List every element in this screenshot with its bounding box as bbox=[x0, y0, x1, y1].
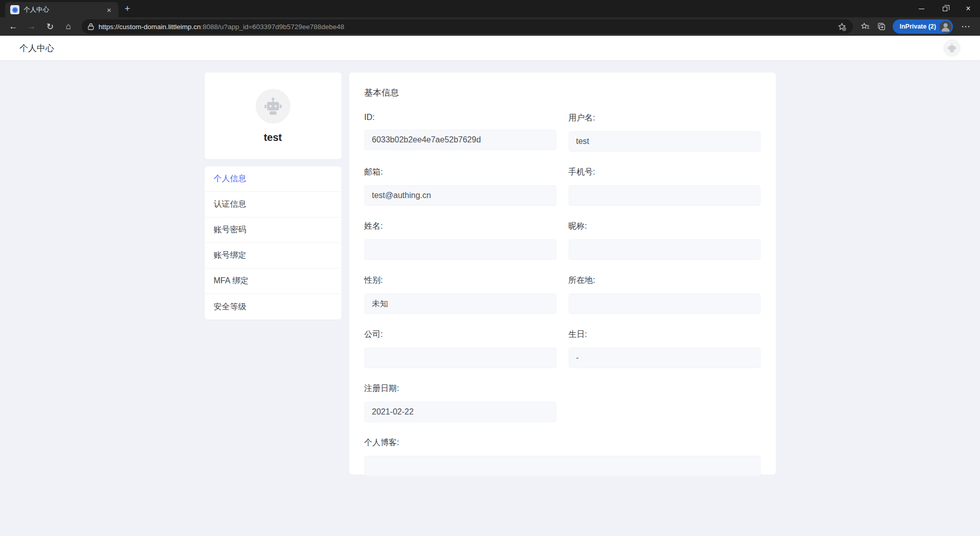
profile-card: test bbox=[205, 72, 341, 159]
blog-input[interactable] bbox=[364, 456, 761, 476]
field-signup-date: 注册日期: bbox=[364, 383, 556, 422]
robot-icon bbox=[947, 43, 957, 53]
robot-icon bbox=[263, 96, 283, 116]
field-phone: 手机号: bbox=[569, 167, 761, 206]
page-content: test 个人信息 认证信息 账号密码 账号绑定 MFA 绑定 安全等级 基本信… bbox=[0, 60, 980, 536]
forward-button: → bbox=[22, 19, 41, 34]
restore-button[interactable] bbox=[933, 0, 957, 17]
collections-icon[interactable] bbox=[873, 19, 890, 34]
name-input[interactable] bbox=[364, 239, 556, 260]
home-button[interactable]: ⌂ bbox=[59, 19, 78, 34]
field-gender: 性别: bbox=[364, 275, 556, 314]
close-window-button[interactable]: × bbox=[957, 0, 980, 17]
restore-icon bbox=[943, 7, 947, 11]
browser-tab-strip: 个人中心 × + × bbox=[0, 0, 980, 17]
field-label: 性别: bbox=[364, 275, 556, 286]
app-header: 个人中心 bbox=[0, 36, 980, 60]
field-label: 昵称: bbox=[569, 221, 761, 232]
field-label: 所在地: bbox=[569, 275, 761, 286]
sidebar-menu: 个人信息 认证信息 账号密码 账号绑定 MFA 绑定 安全等级 bbox=[205, 166, 341, 320]
url-domain: https://custom-domain.littleimp.cn bbox=[99, 23, 201, 31]
username-input[interactable] bbox=[569, 131, 761, 152]
field-username: 用户名: bbox=[569, 113, 761, 152]
browser-profile-avatar[interactable] bbox=[940, 21, 951, 33]
field-label: 公司: bbox=[364, 329, 556, 340]
address-bar[interactable]: https://custom-domain.littleimp.cn:8088/… bbox=[82, 19, 853, 34]
favorites-icon[interactable] bbox=[857, 19, 873, 34]
field-nickname: 昵称: bbox=[569, 221, 761, 260]
left-column: test 个人信息 认证信息 账号密码 账号绑定 MFA 绑定 安全等级 bbox=[205, 72, 341, 320]
lock-icon[interactable] bbox=[88, 23, 94, 30]
page-title: 个人中心 bbox=[19, 42, 54, 54]
sidebar-item-security-level[interactable]: 安全等级 bbox=[205, 294, 341, 320]
gender-input[interactable] bbox=[364, 294, 556, 314]
location-input[interactable] bbox=[569, 294, 761, 314]
field-spacer bbox=[569, 383, 761, 422]
nickname-input[interactable] bbox=[569, 239, 761, 260]
browser-tab[interactable]: 个人中心 × bbox=[5, 2, 118, 17]
section-title: 基本信息 bbox=[364, 87, 761, 99]
field-email: 邮箱: bbox=[364, 167, 556, 206]
field-name: 姓名: bbox=[364, 221, 556, 260]
field-birthday: 生日: bbox=[569, 329, 761, 368]
url-text[interactable]: https://custom-domain.littleimp.cn:8088/… bbox=[99, 23, 834, 31]
signup-date-input[interactable] bbox=[364, 402, 556, 422]
minimize-icon bbox=[919, 9, 924, 9]
field-label: ID: bbox=[364, 113, 556, 122]
phone-input[interactable] bbox=[569, 185, 761, 206]
sidebar-item-auth-info[interactable]: 认证信息 bbox=[205, 192, 341, 217]
field-id: ID: bbox=[364, 113, 556, 152]
browser-menu-button[interactable]: ⋯ bbox=[956, 21, 976, 32]
birthday-input[interactable] bbox=[569, 348, 761, 368]
email-input[interactable] bbox=[364, 185, 556, 206]
field-label: 手机号: bbox=[569, 167, 761, 178]
inprivate-badge[interactable]: InPrivate (2) bbox=[893, 19, 953, 34]
url-path: :8088/u?app_id=603397d9b5729ee788debe48 bbox=[201, 23, 344, 31]
field-blog: 个人博客: bbox=[364, 437, 761, 476]
new-tab-button[interactable]: + bbox=[118, 3, 136, 14]
window-controls: × bbox=[910, 0, 980, 17]
tab-close-icon[interactable]: × bbox=[105, 5, 113, 15]
field-label: 注册日期: bbox=[364, 383, 556, 394]
sidebar-item-account-binding[interactable]: 账号绑定 bbox=[205, 243, 341, 269]
sidebar-item-personal-info[interactable]: 个人信息 bbox=[205, 166, 341, 192]
tab-title: 个人中心 bbox=[23, 6, 101, 14]
browser-toolbar: ← → ↻ ⌂ https://custom-domain.littleimp.… bbox=[0, 17, 980, 36]
field-label: 生日: bbox=[569, 329, 761, 340]
add-favorite-icon[interactable] bbox=[834, 19, 850, 34]
minimize-button[interactable] bbox=[910, 0, 933, 17]
field-label: 邮箱: bbox=[364, 167, 556, 178]
company-input[interactable] bbox=[364, 348, 556, 368]
refresh-button[interactable]: ↻ bbox=[41, 19, 59, 34]
site-favicon-icon bbox=[10, 5, 19, 14]
back-button[interactable]: ← bbox=[4, 19, 22, 34]
field-location: 所在地: bbox=[569, 275, 761, 314]
field-label: 用户名: bbox=[569, 113, 761, 124]
id-input[interactable] bbox=[364, 130, 556, 150]
field-label: 个人博客: bbox=[364, 437, 761, 448]
profile-name: test bbox=[264, 132, 282, 143]
basic-info-panel: 基本信息 ID: 用户名: 邮箱: 手机号: bbox=[349, 72, 776, 475]
profile-avatar bbox=[256, 89, 290, 124]
user-avatar-button[interactable] bbox=[943, 39, 961, 57]
sidebar-item-account-password[interactable]: 账号密码 bbox=[205, 217, 341, 243]
field-label: 姓名: bbox=[364, 221, 556, 232]
field-company: 公司: bbox=[364, 329, 556, 368]
inprivate-label: InPrivate (2) bbox=[899, 23, 936, 30]
sidebar-item-mfa-binding[interactable]: MFA 绑定 bbox=[205, 269, 341, 294]
